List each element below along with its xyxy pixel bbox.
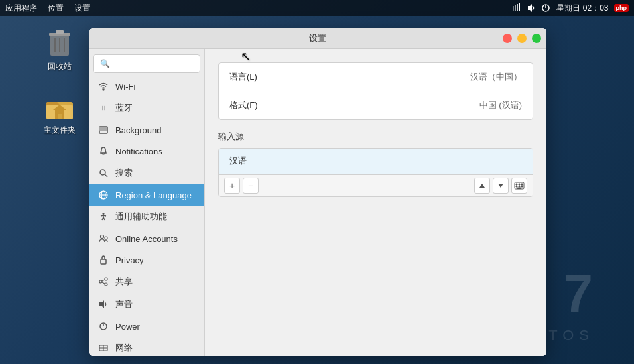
keyboard-settings-button[interactable] <box>511 178 527 194</box>
language-label: 语言(L) <box>229 71 470 83</box>
datetime-display: 星期日 02：03 <box>556 3 608 14</box>
svg-rect-1 <box>515 5 516 11</box>
topbar-right: 星期日 02：03 php <box>511 3 629 14</box>
format-row[interactable]: 格式(F) 中国 (汉语) <box>219 91 533 119</box>
sidebar-item-online-accounts[interactable]: Online Accounts <box>89 228 204 249</box>
network-tray-icon[interactable] <box>511 3 522 13</box>
input-source-toolbar: + − <box>219 174 533 196</box>
sidebar-background-label: Background <box>115 125 161 135</box>
svg-rect-46 <box>516 184 517 185</box>
wifi-icon <box>98 81 109 91</box>
region-language-content: 语言(L) 汉语（中国） 格式(F) 中国 (汉语) 输入源 汉语 + <box>218 62 533 197</box>
toolbar-right <box>474 178 509 194</box>
sidebar-notifications-label: Notifications <box>115 147 162 156</box>
network-icon <box>98 343 109 353</box>
sidebar-sound-label: 声音 <box>115 298 133 310</box>
volume-tray-icon[interactable] <box>526 3 537 13</box>
sidebar-search-icon: 🔍 <box>100 59 110 68</box>
sidebar-search-box[interactable]: 🔍 <box>93 54 200 73</box>
input-source-title: 输入源 <box>218 131 533 143</box>
move-down-button[interactable] <box>493 178 509 194</box>
sidebar-wifi-label: Wi-Fi <box>115 82 135 91</box>
menu-apps[interactable]: 应用程序 <box>5 3 37 14</box>
language-row[interactable]: 语言(L) 汉语（中国） <box>219 63 533 91</box>
region-icon <box>98 190 109 200</box>
svg-rect-50 <box>519 186 520 187</box>
sidebar-online-accounts-label: Online Accounts <box>115 234 178 244</box>
topbar: 应用程序 位置 设置 <box>0 0 634 16</box>
window-controls <box>500 34 541 43</box>
desktop-icon-trash[interactable]: 回收站 <box>40 23 80 76</box>
trash-icon-label: 回收站 <box>48 61 72 72</box>
sidebar-item-notifications[interactable]: Notifications <box>89 141 204 162</box>
home-icon-label: 主文件夹 <box>44 125 76 136</box>
svg-rect-47 <box>519 184 520 185</box>
sidebar-search-input[interactable] <box>114 59 193 68</box>
sidebar-item-privacy[interactable]: Privacy <box>89 249 204 271</box>
svg-marker-43 <box>479 184 485 188</box>
sidebar-item-wifi[interactable]: Wi-Fi <box>89 76 204 97</box>
desktop-icon-home[interactable]: 主文件夹 <box>40 86 80 140</box>
svg-marker-44 <box>498 184 503 188</box>
language-value: 汉语（中国） <box>470 71 522 83</box>
privacy-icon <box>98 255 109 265</box>
language-format-group: 语言(L) 汉语（中国） 格式(F) 中国 (汉语) <box>218 62 533 120</box>
svg-point-29 <box>101 235 104 239</box>
sidebar-share-label: 共享 <box>115 276 133 288</box>
sidebar-item-network[interactable]: 网络 <box>89 337 204 356</box>
remove-input-source-button[interactable]: − <box>243 178 259 194</box>
input-source-item-chinese[interactable]: 汉语 <box>219 149 533 174</box>
accessibility-icon <box>98 212 109 222</box>
sidebar-region-label: Region & Language <box>115 190 192 200</box>
svg-rect-21 <box>99 127 107 131</box>
sidebar-item-background[interactable]: Background <box>89 119 204 141</box>
input-source-group: 汉语 + − <box>218 148 533 197</box>
window-restore-button[interactable] <box>517 34 527 43</box>
bluetooth-icon: ⌗ <box>98 103 109 113</box>
window-minimize-button[interactable] <box>503 34 512 43</box>
svg-point-32 <box>105 278 107 280</box>
online-accounts-icon <box>98 233 109 244</box>
format-value: 中国 (汉语) <box>479 99 522 111</box>
sidebar-item-power[interactable]: Power <box>89 316 204 337</box>
svg-point-23 <box>100 170 105 175</box>
svg-point-34 <box>105 283 107 286</box>
svg-point-28 <box>103 213 105 215</box>
tray-icons <box>511 3 551 13</box>
settings-sidebar: 🔍 Wi-Fi ⌗ 蓝牙 <box>89 49 205 356</box>
svg-rect-52 <box>517 188 521 189</box>
sidebar-accessibility-label: 通用辅助功能 <box>115 211 167 223</box>
svg-point-30 <box>105 237 107 239</box>
add-input-source-button[interactable]: + <box>224 178 240 194</box>
svg-rect-51 <box>521 186 523 187</box>
sidebar-item-sound[interactable]: 声音 <box>89 293 204 316</box>
sidebar-search-label: 搜索 <box>115 167 133 179</box>
window-close-button[interactable] <box>532 34 541 43</box>
svg-rect-0 <box>513 6 514 11</box>
settings-title: 设置 <box>309 32 326 44</box>
menu-places[interactable]: 位置 <box>48 3 64 14</box>
move-up-button[interactable] <box>474 178 490 194</box>
notifications-icon <box>98 146 109 156</box>
php-badge: php <box>614 4 629 12</box>
settings-titlebar: 设置 <box>89 28 546 49</box>
desktop-bg-number: 7 <box>564 263 595 324</box>
svg-point-19 <box>103 89 104 90</box>
sound-icon <box>98 299 109 310</box>
sidebar-privacy-label: Privacy <box>115 255 144 265</box>
sidebar-item-search[interactable]: 搜索 <box>89 162 204 184</box>
menu-settings[interactable]: 设置 <box>74 3 90 14</box>
svg-rect-3 <box>519 3 520 11</box>
svg-line-35 <box>102 280 105 281</box>
sidebar-item-region[interactable]: Region & Language <box>89 184 204 206</box>
svg-rect-31 <box>101 259 106 264</box>
sidebar-power-label: Power <box>115 322 140 332</box>
svg-rect-9 <box>56 30 64 34</box>
svg-rect-18 <box>58 114 62 119</box>
svg-marker-37 <box>99 300 104 308</box>
search-icon <box>98 168 109 178</box>
power-tray-icon[interactable] <box>540 3 551 13</box>
sidebar-item-accessibility[interactable]: 通用辅助功能 <box>89 206 204 228</box>
sidebar-item-bluetooth[interactable]: ⌗ 蓝牙 <box>89 97 204 119</box>
sidebar-item-share[interactable]: 共享 <box>89 271 204 293</box>
